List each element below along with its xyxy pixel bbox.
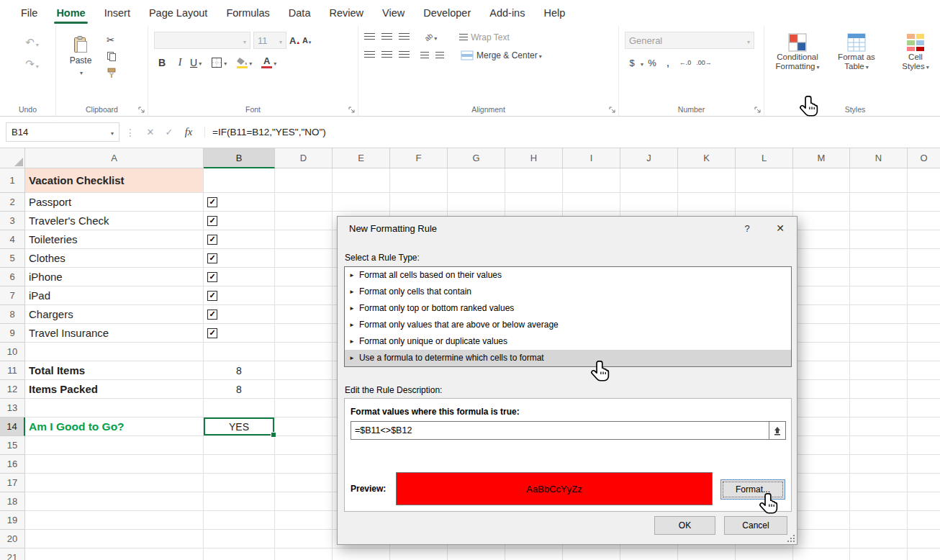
cell-M2[interactable] (793, 193, 850, 212)
cell-O10[interactable] (908, 343, 940, 361)
checkbox-B2[interactable]: ✓ (207, 197, 217, 207)
cell-I1[interactable] (563, 168, 620, 193)
row-header-14[interactable]: 14 (0, 417, 25, 436)
cell-A16[interactable] (25, 455, 204, 474)
cell-O18[interactable] (908, 492, 940, 511)
checkbox-B8[interactable]: ✓ (207, 310, 217, 320)
cell-H2[interactable] (505, 193, 563, 212)
row-header-21[interactable]: 21 (0, 548, 25, 560)
cell-D9[interactable] (275, 324, 333, 343)
increase-decimal-button[interactable]: ←.0 (677, 60, 694, 66)
align-middle-button[interactable] (381, 33, 392, 41)
rule-type-option[interactable]: Format only top or bottom ranked values (345, 300, 791, 317)
cell-M4[interactable] (793, 230, 850, 249)
resize-grip[interactable] (787, 534, 795, 543)
cell-O19[interactable] (908, 511, 940, 530)
tab-insert[interactable]: Insert (95, 0, 140, 26)
tab-page-layout[interactable]: Page Layout (140, 0, 217, 26)
cell-J2[interactable] (620, 193, 678, 212)
cell-G21[interactable] (448, 548, 505, 560)
cell-M20[interactable] (793, 530, 850, 548)
cell-A4[interactable]: Toileteries (25, 230, 204, 249)
cell-A2[interactable]: Passport (25, 193, 204, 212)
merge-center-button[interactable]: Merge & Center (461, 50, 542, 60)
tab-help[interactable]: Help (534, 0, 574, 26)
cell-M1[interactable] (793, 168, 850, 193)
cell-D16[interactable] (275, 455, 333, 474)
cell-G2[interactable] (448, 193, 505, 212)
row-header-17[interactable]: 17 (0, 474, 25, 492)
cell-M7[interactable] (793, 286, 850, 305)
row-header-10[interactable]: 10 (0, 343, 25, 361)
cell-N21[interactable] (850, 548, 908, 560)
grow-font-button[interactable]: A (289, 35, 299, 46)
shrink-font-button[interactable]: A (302, 35, 311, 46)
tab-review[interactable]: Review (320, 0, 373, 26)
cell-M5[interactable] (793, 249, 850, 268)
bold-button[interactable]: B (154, 57, 170, 68)
cell-N18[interactable] (850, 492, 908, 511)
cell-N12[interactable] (850, 380, 908, 399)
cell-N9[interactable] (850, 324, 908, 343)
cell-I2[interactable] (563, 193, 620, 212)
cell-M21[interactable] (793, 548, 850, 560)
undo-button[interactable]: ↶ (12, 36, 53, 49)
cell-A13[interactable] (25, 399, 204, 417)
cell-I21[interactable] (563, 548, 620, 560)
row-header-8[interactable]: 8 (0, 305, 25, 324)
row-header-2[interactable]: 2 (0, 193, 25, 212)
format-button[interactable]: Format... (720, 479, 785, 500)
cell-O15[interactable] (908, 436, 940, 455)
cell-L21[interactable] (736, 548, 793, 560)
cell-B15[interactable] (204, 436, 275, 455)
cell-O21[interactable] (908, 548, 940, 560)
rule-type-option[interactable]: Format only unique or duplicate values (345, 333, 791, 350)
column-header-F[interactable]: F (390, 148, 448, 168)
column-header-L[interactable]: L (736, 148, 793, 168)
cell-B19[interactable] (204, 511, 275, 530)
row-header-12[interactable]: 12 (0, 380, 25, 399)
cell-O9[interactable] (908, 324, 940, 343)
cell-O6[interactable] (908, 268, 940, 286)
cell-N15[interactable] (850, 436, 908, 455)
row-header-4[interactable]: 4 (0, 230, 25, 249)
cell-N11[interactable] (850, 361, 908, 380)
cell-D8[interactable] (275, 305, 333, 324)
cell-M19[interactable] (793, 511, 850, 530)
row-header-19[interactable]: 19 (0, 511, 25, 530)
rule-type-option[interactable]: Format only cells that contain (345, 284, 791, 300)
cell-H21[interactable] (505, 548, 563, 560)
align-left-button[interactable] (364, 51, 375, 59)
wrap-text-button[interactable]: Wrap Text (459, 32, 510, 42)
cell-N19[interactable] (850, 511, 908, 530)
cell-styles-button[interactable]: Cell Styles (888, 32, 940, 71)
dialog-titlebar[interactable]: New Formatting Rule (338, 217, 797, 240)
decrease-decimal-button[interactable]: .00→ (695, 60, 713, 66)
borders-button[interactable] (211, 57, 227, 68)
cell-B10[interactable] (204, 343, 275, 361)
column-header-D[interactable]: D (275, 148, 333, 168)
cell-N14[interactable] (850, 417, 908, 436)
cell-A20[interactable] (25, 530, 204, 548)
cell-M16[interactable] (793, 455, 850, 474)
cell-D12[interactable] (275, 380, 333, 399)
column-header-N[interactable]: N (850, 148, 908, 168)
align-right-button[interactable] (399, 51, 410, 59)
name-box[interactable]: B14 (6, 122, 119, 142)
row-header-13[interactable]: 13 (0, 399, 25, 417)
cell-O1[interactable] (908, 168, 940, 193)
cell-B21[interactable] (204, 548, 275, 560)
cell-J1[interactable] (620, 168, 678, 193)
underline-button[interactable]: U (190, 57, 202, 68)
cell-B20[interactable] (204, 530, 275, 548)
cell-A1[interactable]: Vacation Checklist (25, 168, 204, 193)
checkbox-B4[interactable]: ✓ (207, 235, 217, 245)
redo-button[interactable]: ↷ (12, 58, 53, 71)
formula-bar-input[interactable]: =IF(B11=B12,"YES","NO") (204, 127, 940, 137)
fill-color-button[interactable] (236, 57, 252, 68)
font-color-button[interactable]: A (261, 56, 276, 68)
cell-M14[interactable] (793, 417, 850, 436)
cell-A18[interactable] (25, 492, 204, 511)
insert-function-button[interactable]: fx (178, 126, 199, 138)
cell-M12[interactable] (793, 380, 850, 399)
